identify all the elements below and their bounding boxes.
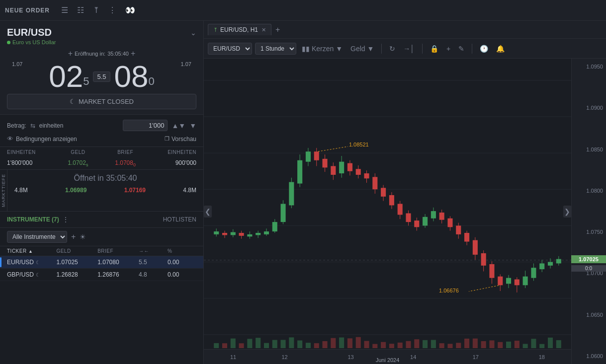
chart-tab-add-btn[interactable]: + — [273, 25, 282, 34]
units-switch-icon[interactable]: ⇆ — [30, 122, 35, 129]
depth-col-brief: BRIEF — [102, 149, 149, 155]
sort-arrow: ▲ — [28, 249, 33, 254]
symbol-name: EUR/USD — [7, 27, 52, 38]
price-chart[interactable] — [204, 59, 571, 349]
history-btn[interactable]: 🕐 — [477, 43, 491, 54]
bedingungen-toggle[interactable]: 👁 Bedingungen anzeigen — [7, 135, 77, 143]
price-level-3: 1.0850 — [575, 146, 603, 152]
divider3 — [472, 44, 472, 54]
month-label: Juni 2024 — [376, 357, 400, 363]
hotlisten-button[interactable]: HOTLISTEN — [163, 216, 196, 223]
list-icon[interactable]: ☰ — [59, 4, 71, 16]
chart-tab-close-btn[interactable]: ✕ — [260, 27, 266, 33]
vol-right: 4.8M — [183, 187, 196, 194]
price-level-5: 1.0750 — [575, 229, 603, 235]
eye-icon: 👁 — [7, 135, 13, 143]
navigate-btn[interactable]: →│ — [401, 43, 417, 54]
chart-nav-right[interactable]: ❯ — [563, 206, 571, 218]
markttiefe-main: Öffnet in 35:05:40 4.8M 1.06989 1.07169 … — [7, 170, 203, 211]
chart-tab-eurusd[interactable]: ⤒ EUR/USD, H1 ✕ — [208, 24, 271, 35]
order-section: EUR/USD ⌄ Euro vs US Dollar + Eröffnung … — [0, 21, 203, 115]
instrument-row-eurusd[interactable]: EUR/USD ☾ 1.07025 1.07080 5.5 0.00 — [0, 256, 203, 269]
col-change[interactable]: % — [168, 248, 196, 254]
moon-icon: ☾ — [70, 98, 76, 105]
col-geld[interactable]: GELD — [56, 248, 97, 254]
bedingungen-label: Bedingungen anzeigen — [16, 136, 77, 143]
grid-icon[interactable]: ☷ — [75, 4, 87, 16]
instrument-filter-select[interactable]: Alle Instrumente — [7, 231, 67, 243]
instruments-table-header: TICKER ▲ GELD BRIEF →← % — [0, 246, 203, 256]
brief-eurusd: 1.07080 — [97, 259, 139, 266]
units-dropdown-icon[interactable]: ▼ — [189, 122, 196, 130]
depth-brief: 1.07080 — [102, 159, 149, 167]
chart-line-icon[interactable]: ⤒ — [90, 4, 102, 16]
vol-left: 4.8M — [14, 187, 28, 194]
price-level-7: 1.0650 — [575, 312, 603, 318]
chart-tab-icon: ⤒ — [213, 27, 218, 33]
vorschau-label: Vorschau — [172, 136, 196, 143]
market-closed-label: MARKET CLOSED — [79, 98, 134, 105]
depth-col-geld: GELD — [54, 149, 101, 155]
price-display: 1.07 1.07 02 5 5.5 08 0 — [7, 61, 196, 92]
time-label-14: 14 — [410, 354, 416, 360]
depth-header: EINHEITEN GELD BRIEF EINHEITEN — [0, 147, 203, 157]
price-level-1: 1.0950 — [575, 64, 603, 70]
time-label-12: 12 — [281, 354, 287, 360]
markttiefe-label-container: MARKTTIEFE — [0, 170, 7, 211]
draw-btn[interactable]: ✎ — [456, 43, 467, 54]
col-spread[interactable]: →← — [139, 248, 168, 254]
crosshair-btn[interactable]: + — [444, 43, 453, 54]
symbol-select[interactable]: EUR/USD — [208, 43, 252, 55]
refresh-btn[interactable]: ↻ — [387, 43, 398, 54]
ask-price: 1.07169 — [124, 187, 146, 194]
depth-data-row: 1'800'000 1.0702s 1.07080 900'000 — [0, 157, 203, 169]
vorschau-button[interactable]: ❐ Vorschau — [165, 136, 196, 143]
current-price-badge2: 0:0 — [571, 265, 606, 272]
ticker-gbpusd: GBP/USD ☾ — [7, 271, 56, 278]
markttiefe-label: MARKTTIEFE — [0, 172, 7, 209]
timeframe-select[interactable]: 1 Stunde — [255, 43, 296, 55]
plus-btn[interactable]: + — [131, 49, 135, 58]
instruments-filter: Alle Instrumente + ☀ — [0, 228, 203, 246]
ticker-eurusd: EUR/USD ☾ — [7, 259, 56, 266]
status-dot — [7, 41, 10, 44]
alerts-btn[interactable]: 🔔 — [494, 43, 507, 54]
divider — [381, 44, 382, 54]
col-ticker[interactable]: TICKER ▲ — [7, 248, 56, 254]
amount-input[interactable] — [123, 120, 168, 131]
depth-table: EINHEITEN GELD BRIEF EINHEITEN 1'800'000… — [0, 146, 203, 169]
spread-value: 5.5 — [93, 72, 110, 82]
moon-icon-eurusd: ☾ — [36, 260, 40, 265]
depth-einheiten-r: 900'000 — [149, 159, 196, 167]
minus-btn[interactable]: + — [68, 49, 73, 58]
candle-type-select[interactable]: ▮▮ Kerzen ▼ — [299, 43, 345, 54]
lock-btn[interactable]: 🔒 — [428, 43, 441, 54]
eye-slash-icon[interactable]: 👀 — [123, 4, 138, 16]
price-type-select[interactable]: Geld ▼ — [348, 43, 376, 54]
chart-container: 1.0950 1.0900 1.0850 1.0800 1.0750 1.070… — [204, 59, 606, 364]
chart-nav-left[interactable]: ❮ — [204, 206, 212, 218]
geld-eurusd: 1.07025 — [56, 259, 97, 266]
time-label-13: 13 — [347, 354, 353, 360]
settings-icon[interactable]: ☀ — [80, 233, 86, 241]
change-gbpusd: 0.00 — [168, 271, 196, 278]
chart-area: ⤒ EUR/USD, H1 ✕ + EUR/USD 1 Stunde ▮▮ Ke… — [204, 21, 606, 364]
time-label-11: 11 — [230, 354, 236, 360]
instrument-row-gbpusd[interactable]: GBP/USD ☾ 1.26828 1.26876 4.8 0.00 — [0, 269, 203, 281]
col-brief[interactable]: BRIEF — [97, 248, 139, 254]
more-icon[interactable]: ⋮ — [106, 4, 119, 16]
more-instruments-icon[interactable]: ⋮ — [62, 216, 69, 223]
price-label-right: 1.07 — [181, 61, 191, 67]
symbol-header: EUR/USD ⌄ — [7, 27, 196, 38]
divider2 — [422, 44, 423, 54]
add-instrument-button[interactable]: + — [71, 232, 76, 241]
price-level-2: 1.0900 — [575, 105, 603, 111]
ask-big: 08 — [114, 61, 149, 92]
amount-arrows[interactable]: ▲▼ — [172, 122, 185, 130]
symbol-description: Euro vs US Dollar — [7, 39, 196, 45]
market-closed-button[interactable]: ☾ MARKET CLOSED — [7, 94, 196, 109]
left-panel: EUR/USD ⌄ Euro vs US Dollar + Eröffnung … — [0, 21, 204, 364]
chevron-down-icon[interactable]: ⌄ — [190, 29, 196, 37]
ask-small: 0 — [149, 75, 155, 88]
betrag-row: Betrag: ⇆ einheiten ▲▼ ▼ — [0, 115, 203, 131]
